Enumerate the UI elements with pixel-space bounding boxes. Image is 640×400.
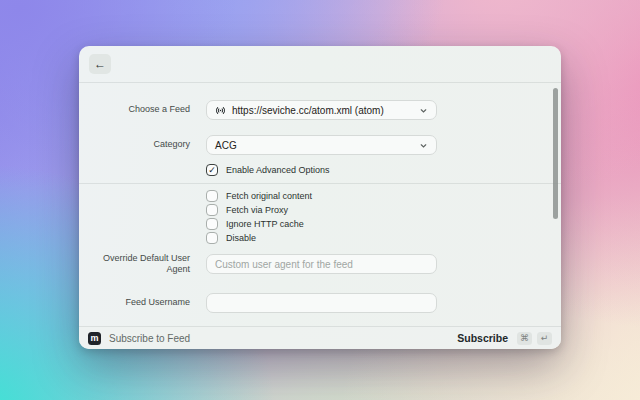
- back-arrow-icon: ←: [94, 57, 106, 71]
- ignore-http-cache-label: Ignore HTTP cache: [226, 219, 304, 229]
- row-user-agent: Override Default User Agent Custom user …: [79, 253, 561, 276]
- checkbox-unchecked-icon[interactable]: [206, 232, 218, 244]
- vertical-scrollbar[interactable]: [553, 88, 558, 219]
- category-dropdown-value: ACG: [215, 140, 237, 151]
- section-divider: [79, 183, 561, 184]
- chevron-down-icon: [419, 141, 428, 150]
- form-content: Choose a Feed https://seviche.cc/atom.xm…: [79, 83, 561, 328]
- ignore-http-cache-checkbox-row[interactable]: Ignore HTTP cache: [79, 218, 561, 230]
- dialog-header: ←: [79, 46, 561, 83]
- command-title: Subscribe to Feed: [109, 333, 190, 344]
- feed-username-input[interactable]: [206, 293, 437, 313]
- feed-dropdown[interactable]: https://seviche.cc/atom.xml (atom): [206, 100, 437, 120]
- command-key-icon: ⌘: [517, 332, 532, 345]
- enable-advanced-options-checkbox-row[interactable]: ✓ Enable Advanced Options: [79, 164, 561, 176]
- fetch-via-proxy-checkbox-row[interactable]: Fetch via Proxy: [79, 204, 561, 216]
- chevron-down-icon: [419, 106, 428, 115]
- checkbox-unchecked-icon[interactable]: [206, 190, 218, 202]
- feed-username-label: Feed Username: [79, 297, 190, 308]
- row-feed-username: Feed Username: [79, 293, 561, 313]
- disable-label: Disable: [226, 233, 256, 243]
- subscribe-to-feed-dialog: ← Choose a Feed https:: [79, 46, 561, 349]
- miniflux-logo: m: [88, 332, 101, 345]
- user-agent-placeholder: Custom user agent for the feed: [215, 259, 353, 270]
- category-label: Category: [79, 139, 190, 150]
- user-agent-label: Override Default User Agent: [79, 253, 190, 276]
- row-category: Category ACG: [79, 135, 561, 155]
- row-choose-feed: Choose a Feed https://seviche.cc/atom.xm…: [79, 100, 561, 120]
- checkbox-checked-icon[interactable]: ✓: [206, 164, 218, 176]
- dialog-footer: m Subscribe to Feed Subscribe ⌘ ↵: [79, 326, 561, 349]
- choose-feed-label: Choose a Feed: [79, 104, 190, 115]
- enable-advanced-options-label: Enable Advanced Options: [226, 165, 330, 175]
- subscribe-action-button[interactable]: Subscribe: [457, 332, 508, 344]
- feed-dropdown-value: https://seviche.cc/atom.xml (atom): [232, 105, 384, 116]
- checkbox-unchecked-icon[interactable]: [206, 204, 218, 216]
- back-button[interactable]: ←: [89, 54, 111, 74]
- fetch-original-content-label: Fetch original content: [226, 191, 312, 201]
- return-key-icon: ↵: [537, 332, 552, 345]
- feed-live-icon: [215, 105, 226, 116]
- disable-checkbox-row[interactable]: Disable: [79, 232, 561, 244]
- user-agent-input[interactable]: Custom user agent for the feed: [206, 254, 437, 274]
- category-dropdown[interactable]: ACG: [206, 135, 437, 155]
- checkbox-unchecked-icon[interactable]: [206, 218, 218, 230]
- fetch-via-proxy-label: Fetch via Proxy: [226, 205, 288, 215]
- fetch-original-content-checkbox-row[interactable]: Fetch original content: [79, 190, 561, 202]
